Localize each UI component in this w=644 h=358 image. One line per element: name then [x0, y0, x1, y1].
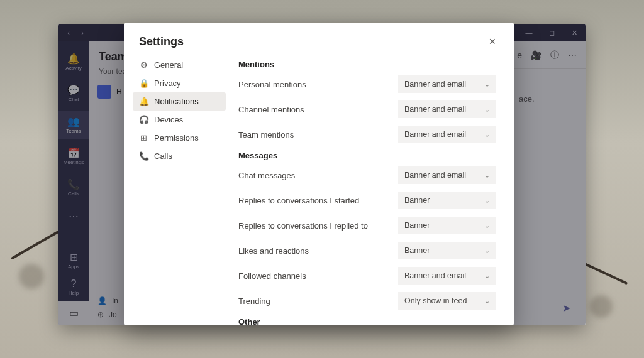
- dropdown-channel-mentions[interactable]: Banner and email⌄: [398, 100, 496, 118]
- setting-row-followed-channels: Followed channels Banner and email⌄: [238, 267, 496, 285]
- setting-row-personal-mentions: Personal mentions Banner and email⌄: [238, 75, 496, 93]
- grid-icon: ⊞: [139, 133, 148, 143]
- settings-nav: ⚙General 🔒Privacy 🔔Notifications 🎧Device…: [124, 52, 232, 325]
- lock-icon: 🔒: [139, 79, 148, 88]
- phone-icon: 📞: [139, 151, 148, 161]
- chevron-down-icon: ⌄: [484, 272, 490, 280]
- settings-nav-calls[interactable]: 📞Calls: [133, 147, 226, 165]
- dropdown-replies-replied[interactable]: Banner⌄: [398, 217, 496, 234]
- bg-flower: [590, 295, 613, 318]
- setting-row-replies-started: Replies to conversations I started Banne…: [238, 192, 496, 209]
- settings-content: Mentions Personal mentions Banner and em…: [232, 52, 514, 325]
- section-heading-messages: Messages: [238, 151, 496, 160]
- setting-row-channel-mentions: Channel mentions Banner and email⌄: [238, 100, 496, 118]
- section-heading-other: Other: [238, 317, 496, 325]
- chevron-down-icon: ⌄: [484, 247, 490, 255]
- dropdown-personal-mentions[interactable]: Banner and email⌄: [398, 75, 496, 93]
- dropdown-trending[interactable]: Only show in feed⌄: [398, 292, 496, 310]
- chevron-down-icon: ⌄: [484, 131, 490, 139]
- headset-icon: 🎧: [139, 115, 148, 124]
- settings-nav-privacy[interactable]: 🔒Privacy: [133, 74, 226, 92]
- dropdown-followed-channels[interactable]: Banner and email⌄: [398, 267, 496, 285]
- bell-icon: 🔔: [139, 97, 148, 106]
- gear-icon: ⚙: [139, 60, 148, 70]
- settings-title: Settings: [139, 35, 184, 48]
- setting-row-chat-messages: Chat messages Banner and email⌄: [238, 166, 496, 184]
- chevron-down-icon: ⌄: [484, 80, 490, 89]
- setting-row-team-mentions: Team mentions Banner and email⌄: [238, 126, 496, 143]
- chevron-down-icon: ⌄: [484, 197, 490, 205]
- chevron-down-icon: ⌄: [484, 106, 490, 114]
- setting-row-replies-replied: Replies to conversations I replied to Ba…: [238, 217, 496, 234]
- bg-flower: [19, 264, 44, 289]
- dropdown-team-mentions[interactable]: Banner and email⌄: [398, 126, 496, 143]
- settings-nav-general[interactable]: ⚙General: [133, 56, 226, 74]
- settings-nav-notifications[interactable]: 🔔Notifications: [133, 92, 226, 111]
- setting-row-likes: Likes and reactions Banner⌄: [238, 242, 496, 259]
- chevron-down-icon: ⌄: [484, 297, 490, 305]
- settings-modal: Settings ✕ ⚙General 🔒Privacy 🔔Notificati…: [124, 23, 514, 325]
- setting-row-trending: Trending Only show in feed⌄: [238, 292, 496, 310]
- section-heading-mentions: Mentions: [238, 60, 496, 69]
- chevron-down-icon: ⌄: [484, 171, 490, 180]
- dropdown-chat-messages[interactable]: Banner and email⌄: [398, 166, 496, 184]
- settings-nav-permissions[interactable]: ⊞Permissions: [133, 129, 226, 147]
- chevron-down-icon: ⌄: [484, 222, 490, 230]
- dropdown-likes[interactable]: Banner⌄: [398, 242, 496, 259]
- close-icon[interactable]: ✕: [486, 35, 499, 48]
- settings-nav-devices[interactable]: 🎧Devices: [133, 111, 226, 129]
- dropdown-replies-started[interactable]: Banner⌄: [398, 192, 496, 209]
